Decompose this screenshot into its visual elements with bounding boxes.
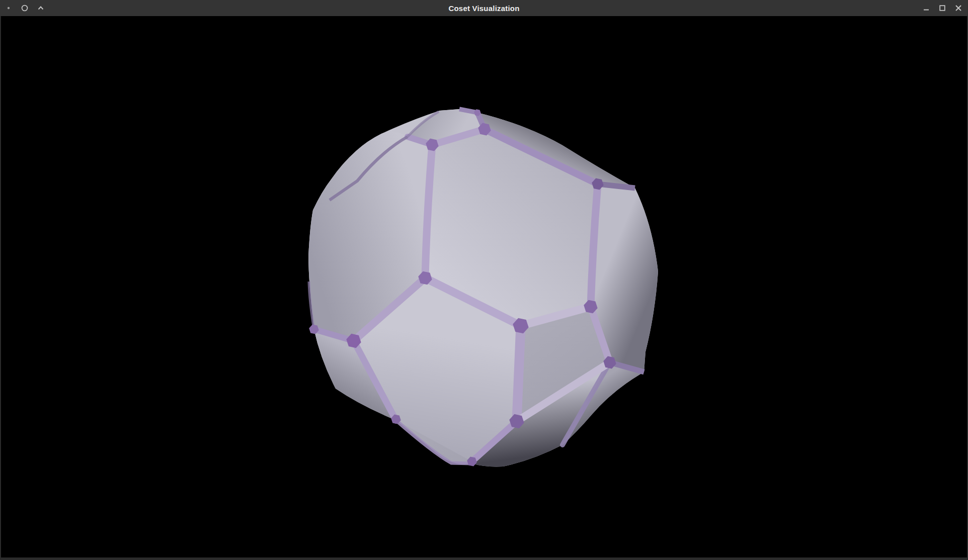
- polyhedron-edge: [517, 326, 521, 421]
- titlebar-left-controls: [1, 0, 49, 16]
- titlebar: Coset Visualization: [0, 0, 968, 16]
- status-dot-icon[interactable]: [1, 0, 17, 16]
- viewport-3d[interactable]: [0, 0, 968, 560]
- titlebar-right-controls: [918, 0, 966, 16]
- close-button[interactable]: [950, 0, 966, 16]
- maximize-button[interactable]: [934, 0, 950, 16]
- window-border-bottom: [0, 557, 968, 560]
- chevron-up-icon[interactable]: [33, 0, 49, 16]
- window-border-left: [0, 16, 1, 560]
- minimize-button[interactable]: [918, 0, 934, 16]
- window-title: Coset Visualization: [0, 0, 968, 16]
- record-circle-icon[interactable]: [17, 0, 33, 16]
